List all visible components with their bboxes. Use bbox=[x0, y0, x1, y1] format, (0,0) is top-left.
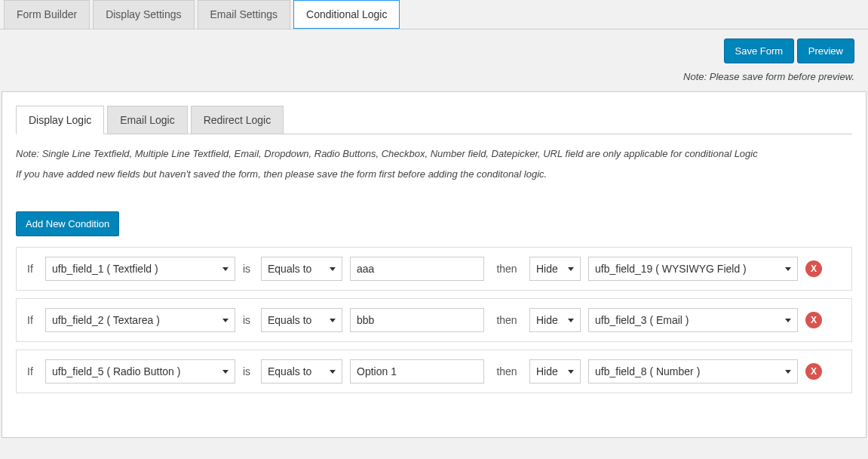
if-label: If bbox=[27, 263, 38, 275]
remove-condition-button[interactable]: X bbox=[805, 363, 822, 380]
conditions-list: Ifufb_field_1 ( Textfield )isEquals toth… bbox=[16, 247, 852, 393]
save-before-preview-note: Note: Please save form before preview. bbox=[0, 68, 868, 91]
remove-condition-button[interactable]: X bbox=[805, 312, 822, 328]
field-select[interactable]: ufb_field_2 ( Textarea ) bbox=[45, 308, 235, 332]
top-tab-conditional-logic[interactable]: Conditional Logic bbox=[293, 0, 400, 29]
target-select[interactable]: ufb_field_19 ( WYSIWYG Field ) bbox=[588, 257, 798, 281]
operator-select[interactable]: Equals to bbox=[261, 308, 342, 332]
inner-tab-email-logic[interactable]: Email Logic bbox=[107, 106, 187, 134]
top-tab-email-settings[interactable]: Email Settings bbox=[198, 0, 290, 29]
condition-row: Ifufb_field_1 ( Textfield )isEquals toth… bbox=[16, 247, 852, 291]
condition-row: Ifufb_field_5 ( Radio Button )isEquals t… bbox=[16, 350, 852, 393]
conditional-logic-panel: Display LogicEmail LogicRedirect Logic N… bbox=[2, 91, 866, 438]
if-label: If bbox=[27, 365, 38, 377]
then-label: then bbox=[492, 263, 522, 275]
value-input[interactable] bbox=[350, 359, 484, 384]
value-input[interactable] bbox=[350, 257, 484, 281]
is-label: is bbox=[243, 263, 253, 275]
field-select[interactable]: ufb_field_1 ( Textfield ) bbox=[45, 257, 235, 281]
is-label: is bbox=[243, 365, 253, 377]
inner-tab-display-logic[interactable]: Display Logic bbox=[16, 106, 104, 134]
action-select[interactable]: Hide bbox=[529, 308, 581, 332]
save-form-button[interactable]: Save Form bbox=[724, 39, 795, 63]
target-select[interactable]: ufb_field_3 ( Email ) bbox=[588, 308, 798, 332]
operator-select[interactable]: Equals to bbox=[261, 257, 342, 281]
value-input[interactable] bbox=[350, 308, 484, 332]
target-select[interactable]: ufb_field_8 ( Number ) bbox=[588, 359, 798, 384]
action-select[interactable]: Hide bbox=[529, 359, 581, 384]
then-label: then bbox=[492, 314, 522, 326]
operator-select[interactable]: Equals to bbox=[261, 359, 342, 384]
action-select[interactable]: Hide bbox=[529, 257, 581, 281]
top-tab-form-builder[interactable]: Form Builder bbox=[4, 0, 90, 29]
inner-tab-redirect-logic[interactable]: Redirect Logic bbox=[191, 106, 284, 134]
then-label: then bbox=[492, 365, 522, 377]
preview-button[interactable]: Preview bbox=[797, 39, 854, 63]
save-first-note: If you have added new fields but haven't… bbox=[16, 168, 852, 180]
action-buttons-area: Save Form Preview bbox=[0, 29, 868, 68]
condition-row: Ifufb_field_2 ( Textarea )isEquals tothe… bbox=[16, 298, 852, 342]
if-label: If bbox=[27, 314, 38, 326]
inner-tab-bar: Display LogicEmail LogicRedirect Logic bbox=[16, 106, 852, 134]
add-new-condition-button[interactable]: Add New Condition bbox=[16, 211, 119, 236]
field-select[interactable]: ufb_field_5 ( Radio Button ) bbox=[45, 359, 235, 384]
top-tab-bar: Form BuilderDisplay SettingsEmail Settin… bbox=[0, 0, 868, 29]
is-label: is bbox=[243, 314, 253, 326]
top-tab-display-settings[interactable]: Display Settings bbox=[93, 0, 194, 29]
remove-condition-button[interactable]: X bbox=[805, 260, 822, 277]
applicable-fields-note: Note: Single Line Textfield, Multiple Li… bbox=[16, 148, 852, 159]
